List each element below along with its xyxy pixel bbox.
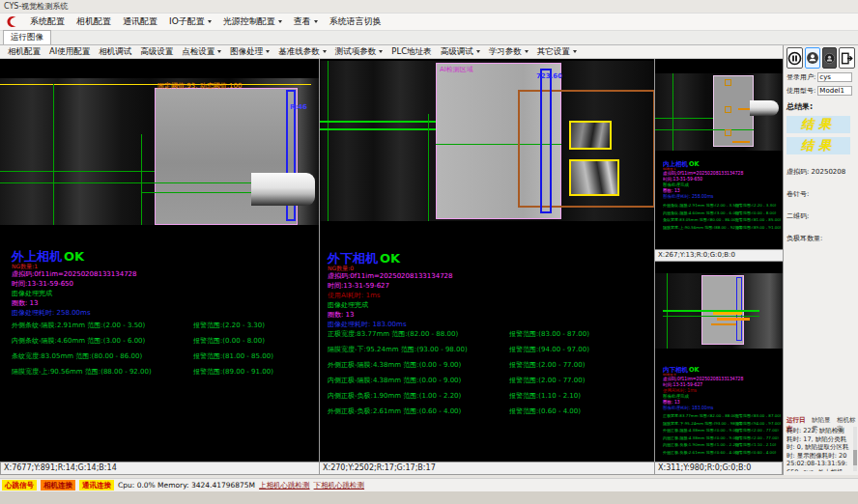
green-measure-line bbox=[655, 118, 713, 119]
chevron-down-icon bbox=[476, 50, 480, 53]
measurement-row: 条纹宽度:83.05mm 范围:(80.00 - 86.00)报警范围:(81.… bbox=[12, 349, 273, 364]
measurement-row: 内侧正极-隔膜:4.38mm 范围:(0.00 - 9.00)报警范围:(2.0… bbox=[663, 434, 790, 442]
pixel-readout-status: X:267;Y:13;R:0;G:0;B:0 bbox=[655, 249, 783, 261]
blue-roi-rect bbox=[540, 69, 552, 213]
measurement-row: 正极宽度:83.77mm 范围:(82.00 - 88.00)报警范围:(83.… bbox=[328, 326, 589, 342]
left-column: 相机配置 AI使用配置 相机调试 高级设置 点检设置 图像处理 基准线参数 测试… bbox=[0, 45, 783, 475]
menu-item-system-config[interactable]: 系统配置 bbox=[30, 15, 65, 28]
tool-advanced-debug[interactable]: 高级调试 bbox=[441, 46, 480, 58]
green-guide-line bbox=[328, 61, 329, 221]
result-ok-label: OK bbox=[689, 366, 700, 374]
heartbeat-signal-chip: 心跳信号 bbox=[2, 480, 37, 490]
camera-image-inner-upper[interactable] bbox=[655, 73, 783, 151]
orange-annotation bbox=[711, 323, 736, 325]
measurement-list: 外侧条纹-隔膜:2.91mm 范围:(2.00 - 3.50)报警范围:(2.2… bbox=[12, 318, 273, 379]
pixel-readout-status: X:270;Y:2502;R:17;G:17;B:17 bbox=[320, 462, 655, 475]
green-guide-line bbox=[53, 84, 54, 225]
camera-image-inner-lower[interactable] bbox=[655, 273, 783, 349]
user-icon bbox=[806, 51, 819, 65]
measurement-row: 外侧正极-负极:2.61mm 范围:(0.60 - 4.00)报警范围:(0.6… bbox=[328, 404, 589, 419]
tool-image-processing[interactable]: 图像处理 bbox=[230, 46, 270, 58]
user-button[interactable] bbox=[805, 47, 820, 69]
tool-ai-use-config[interactable]: AI使用配置 bbox=[49, 46, 90, 58]
model-input[interactable] bbox=[817, 86, 852, 96]
exit-icon bbox=[840, 51, 854, 66]
info-line: 图像处理耗时: 258.00ms bbox=[12, 308, 137, 318]
tool-plc-address-table[interactable]: PLC地址表 bbox=[391, 46, 431, 58]
orange-annotation bbox=[732, 141, 750, 143]
camera-image-outer-lower[interactable]: AI检测区域 723.60 bbox=[320, 61, 654, 221]
green-measure-line bbox=[663, 316, 759, 317]
ng-count-label: NG数量:0 bbox=[328, 265, 453, 271]
blue-roi-rect bbox=[736, 277, 742, 341]
pause-icon bbox=[787, 51, 802, 66]
tool-test-params[interactable]: 测试项参数 bbox=[335, 46, 384, 58]
tool-spot-check[interactable]: 点检设置 bbox=[182, 46, 221, 58]
ai-area-label: AI检测区域 bbox=[440, 65, 473, 74]
tool-camera-debug[interactable]: 相机调试 bbox=[99, 46, 131, 58]
measurement-row: 外侧条纹-隔膜:2.91mm 范围:(2.00 - 3.50)报警范围:(2.2… bbox=[663, 202, 790, 210]
measurement-row: 隔膜宽度-上:90.56mm 范围:(88.00 - 92.00)报警范围:(8… bbox=[663, 224, 790, 232]
account-button[interactable] bbox=[822, 47, 837, 69]
camera-info-block: 外下相机OK NG数量:0 虚拟码:0f11im=202502081331347… bbox=[328, 252, 453, 329]
model-label: 使用型号: bbox=[786, 86, 815, 96]
chevron-down-icon bbox=[314, 20, 318, 23]
pixel-readout-status: X:7677;Y:891;R:14;G:14;B:14 bbox=[0, 462, 320, 475]
tab-count-field: 负极耳数量: bbox=[786, 234, 855, 243]
menu-item-comm-config[interactable]: 通讯配置 bbox=[123, 15, 157, 28]
menu-item-io-config[interactable]: IO子配置 bbox=[169, 15, 212, 28]
camera-view-outer-upper: 固定阈值:93, 动态阈值:100 R:46 外上相机OK NG数量:1 虚拟码… bbox=[0, 59, 319, 462]
pixel-readout-status: X:311;Y:980;R:0;G:0;B:0 bbox=[655, 462, 783, 475]
sample-region-overlay bbox=[713, 75, 754, 147]
scrollbar-thumb[interactable] bbox=[853, 450, 857, 465]
yellow-guide-line bbox=[0, 84, 311, 85]
upper-camera-heartbeat-link[interactable]: 上相机心跳检测 bbox=[259, 481, 310, 490]
lower-camera-heartbeat-link[interactable]: 下相机心跳检测 bbox=[314, 481, 365, 490]
tool-camera-config[interactable]: 相机配置 bbox=[8, 46, 41, 58]
camera-view-inner-upper: 内上相机OK NG数量:1 虚拟码:0f11im=202502081331347… bbox=[655, 59, 783, 262]
green-guide-line bbox=[672, 73, 673, 151]
menu-item-language-switch[interactable]: 系统语言切换 bbox=[329, 15, 382, 28]
pause-button[interactable] bbox=[786, 47, 803, 69]
measurement-row: 内侧正极-负极:1.90mm 范围:(1.00 - 2.20)报警范围:(1.1… bbox=[663, 441, 790, 449]
measurement-row: 内侧正极-负极:1.90mm 范围:(1.00 - 2.20)报警范围:(1.1… bbox=[328, 388, 589, 404]
menu-item-view[interactable]: 查看 bbox=[294, 15, 318, 28]
exit-button[interactable] bbox=[839, 47, 855, 69]
title-bar: CYS-视觉检测系统 bbox=[0, 0, 858, 14]
tool-other-settings[interactable]: 其它设置 bbox=[537, 46, 577, 58]
right-panel: 登录用户: 使用型号: 总结果: 结果 结果 虚拟码: 20250208 卷针号… bbox=[783, 45, 858, 475]
result-badge-lower: 结果 bbox=[786, 137, 850, 154]
camera-info-block: 内下相机OK NG数量:0 虚拟码:0f11im=202502081331347… bbox=[663, 366, 790, 456]
green-measure-line bbox=[320, 128, 436, 130]
menu-bar: 系统配置 相机配置 通讯配置 IO子配置 光源控制配置 查看 系统语言切换 bbox=[0, 14, 858, 31]
green-guide-line bbox=[141, 134, 142, 225]
measurement-row: 隔膜宽度-下:95.24mm 范围:(93.00 - 98.00)报警范围:(9… bbox=[663, 420, 790, 428]
info-line: 图像处理完成 bbox=[12, 289, 137, 298]
info-line: 圈数: 13 bbox=[12, 298, 137, 308]
tool-learning-params[interactable]: 学习参数 bbox=[489, 46, 529, 58]
log-scrollbar[interactable] bbox=[853, 427, 857, 471]
comm-connection-chip: 通讯连接 bbox=[79, 480, 114, 490]
tab-run-image[interactable]: 运行图像 bbox=[3, 30, 51, 44]
needle-number-field: 卷针号: bbox=[786, 189, 855, 199]
login-user-input[interactable] bbox=[817, 72, 852, 82]
total-result-label: 总结果: bbox=[786, 101, 855, 112]
tool-baseline-params[interactable]: 基准线参数 bbox=[278, 46, 327, 58]
login-user-row: 登录用户: bbox=[786, 72, 855, 82]
chevron-down-icon bbox=[266, 50, 270, 53]
orange-roi-rect bbox=[725, 106, 731, 113]
menu-item-camera-config[interactable]: 相机配置 bbox=[76, 15, 111, 28]
camera-info-block: 外上相机OK NG数量:1 虚拟码:0f11im=202502081331347… bbox=[12, 250, 137, 318]
chevron-down-icon bbox=[208, 20, 212, 23]
tab-object bbox=[251, 173, 315, 206]
threshold-label: 固定阈值:93, 动态阈值:100 bbox=[157, 81, 242, 91]
info-line: 图像处理完成 bbox=[328, 300, 453, 310]
tool-advanced-settings[interactable]: 高级设置 bbox=[140, 46, 173, 58]
measurement-row: 外侧正极-隔膜:4.38mm 范围:(0.00 - 9.00)报警范围:(2.0… bbox=[328, 357, 589, 373]
menu-item-light-config[interactable]: 光源控制配置 bbox=[223, 15, 282, 28]
camera-image-outer-upper[interactable]: 固定阈值:93, 动态阈值:100 R:46 bbox=[0, 78, 319, 225]
info-line: 虚拟码:0f11im=20250208133134728 bbox=[328, 271, 453, 281]
measurement-row: 外侧正极-隔膜:4.38mm 范围:(0.00 - 9.00)报警范围:(2.0… bbox=[663, 427, 790, 434]
camera-title: 外上相机OK bbox=[12, 250, 137, 263]
measurement-row: 内侧条纹-隔膜:4.60mm 范围:(3.00 - 6.00)报警范围:(0.0… bbox=[663, 210, 790, 217]
